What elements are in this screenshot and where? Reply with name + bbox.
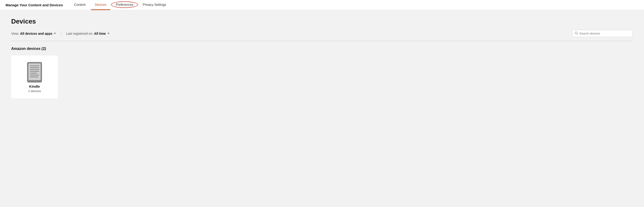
device-card-kindle[interactable]: Kindle 2 devices (11, 55, 58, 98)
kindle-device-icon (25, 61, 44, 84)
filter-divider: | (60, 32, 61, 35)
page-title: Devices (11, 18, 633, 25)
filters-bar: View: All devices and apps | Last regist… (11, 30, 633, 37)
registered-filter-value[interactable]: All time (94, 32, 106, 35)
tab-devices[interactable]: Devices (91, 0, 110, 10)
svg-rect-10 (30, 76, 38, 77)
device-grid: Kindle 2 devices (11, 55, 633, 98)
svg-rect-6 (30, 69, 39, 70)
device-card-kindle-name: Kindle (29, 84, 40, 88)
amazon-devices-heading: Amazon devices (2) (11, 47, 633, 51)
search-icon (575, 31, 578, 35)
tab-privacy-settings[interactable]: Privacy Settings (139, 0, 170, 10)
tab-preferences[interactable]: Preferences (112, 0, 137, 10)
svg-rect-9 (30, 75, 39, 75)
svg-rect-5 (30, 67, 39, 68)
svg-line-1 (577, 34, 578, 35)
view-filter-label: View: (11, 32, 19, 35)
svg-rect-4 (30, 65, 39, 66)
registered-filter[interactable]: Last registered on: All time (66, 32, 110, 35)
registered-filter-label: Last registered on: (66, 32, 93, 35)
device-card-kindle-count: 2 devices (28, 89, 41, 93)
section-divider (11, 41, 633, 41)
svg-rect-8 (30, 73, 37, 74)
app-title: Manage Your Content and Devices (6, 3, 63, 7)
tab-content[interactable]: Content (70, 0, 89, 10)
search-container (572, 30, 633, 37)
view-filter-value[interactable]: All devices and apps (20, 32, 52, 35)
search-input[interactable] (579, 32, 630, 35)
nav-tabs: Content Devices Preferences Privacy Sett… (70, 0, 170, 10)
registered-filter-chevron-icon (108, 33, 110, 34)
main-content: Devices View: All devices and apps | Las… (0, 10, 644, 106)
filters-left: View: All devices and apps | Last regist… (11, 32, 110, 35)
header: Manage Your Content and Devices Content … (0, 0, 644, 10)
svg-rect-7 (30, 71, 39, 72)
view-filter-chevron-icon (54, 33, 56, 34)
view-filter[interactable]: View: All devices and apps (11, 32, 56, 35)
amazon-devices-section: Amazon devices (2) Kin (11, 47, 633, 98)
